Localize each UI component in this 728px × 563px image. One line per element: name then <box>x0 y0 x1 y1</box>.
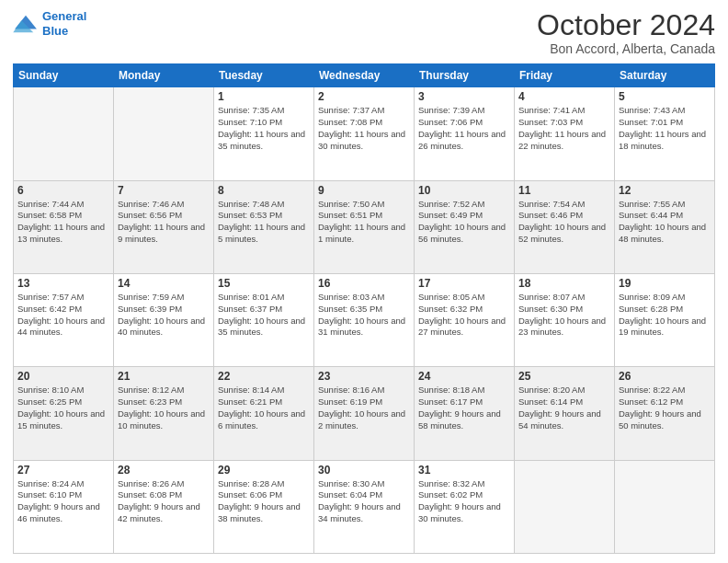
day-info: Sunrise: 7:54 AM Sunset: 6:46 PM Dayligh… <box>518 199 610 246</box>
calendar-cell: 7Sunrise: 7:46 AM Sunset: 6:56 PM Daylig… <box>114 180 214 273</box>
day-info: Sunrise: 8:09 AM Sunset: 6:28 PM Dayligh… <box>619 292 711 339</box>
day-number: 20 <box>17 370 109 383</box>
day-info: Sunrise: 8:22 AM Sunset: 6:12 PM Dayligh… <box>619 385 711 431</box>
page: General Blue October 2024 Bon Accord, Al… <box>0 0 728 563</box>
day-info: Sunrise: 8:24 AM Sunset: 6:10 PM Dayligh… <box>17 478 109 525</box>
day-info: Sunrise: 7:43 AM Sunset: 7:01 PM Dayligh… <box>619 105 711 152</box>
calendar-cell: 8Sunrise: 7:48 AM Sunset: 6:53 PM Daylig… <box>214 180 314 273</box>
calendar-cell: 24Sunrise: 8:18 AM Sunset: 6:17 PM Dayli… <box>415 367 515 460</box>
calendar-cell: 9Sunrise: 7:50 AM Sunset: 6:51 PM Daylig… <box>314 180 415 273</box>
calendar-cell: 15Sunrise: 8:01 AM Sunset: 6:37 PM Dayli… <box>214 273 314 366</box>
day-info: Sunrise: 7:41 AM Sunset: 7:03 PM Dayligh… <box>518 105 610 152</box>
day-number: 6 <box>17 184 109 197</box>
day-info: Sunrise: 7:52 AM Sunset: 6:49 PM Dayligh… <box>418 199 510 246</box>
sub-title: Bon Accord, Alberta, Canada <box>537 41 715 56</box>
day-number: 12 <box>619 184 711 197</box>
calendar-cell: 3Sunrise: 7:39 AM Sunset: 7:06 PM Daylig… <box>415 87 515 180</box>
day-info: Sunrise: 7:57 AM Sunset: 6:42 PM Dayligh… <box>17 292 109 339</box>
day-info: Sunrise: 8:26 AM Sunset: 6:08 PM Dayligh… <box>118 478 210 525</box>
calendar-cell: 17Sunrise: 8:05 AM Sunset: 6:32 PM Dayli… <box>415 273 515 366</box>
calendar-cell: 5Sunrise: 7:43 AM Sunset: 7:01 PM Daylig… <box>615 87 715 180</box>
calendar-header-row: SundayMondayTuesdayWednesdayThursdayFrid… <box>14 64 715 87</box>
day-info: Sunrise: 7:37 AM Sunset: 7:08 PM Dayligh… <box>318 105 410 152</box>
calendar-cell: 22Sunrise: 8:14 AM Sunset: 6:21 PM Dayli… <box>214 367 314 460</box>
day-number: 17 <box>418 277 510 290</box>
calendar-cell <box>615 460 715 553</box>
calendar-cell: 28Sunrise: 8:26 AM Sunset: 6:08 PM Dayli… <box>114 460 214 553</box>
calendar-cell: 27Sunrise: 8:24 AM Sunset: 6:10 PM Dayli… <box>14 460 114 553</box>
day-info: Sunrise: 7:35 AM Sunset: 7:10 PM Dayligh… <box>218 105 310 152</box>
calendar-cell: 20Sunrise: 8:10 AM Sunset: 6:25 PM Dayli… <box>14 367 114 460</box>
day-number: 4 <box>518 90 610 103</box>
calendar-cell: 31Sunrise: 8:32 AM Sunset: 6:02 PM Dayli… <box>415 460 515 553</box>
calendar-week-row: 27Sunrise: 8:24 AM Sunset: 6:10 PM Dayli… <box>14 460 715 553</box>
day-info: Sunrise: 8:16 AM Sunset: 6:19 PM Dayligh… <box>318 385 410 431</box>
col-header-sunday: Sunday <box>14 64 114 87</box>
day-info: Sunrise: 7:44 AM Sunset: 6:58 PM Dayligh… <box>17 199 109 246</box>
day-number: 11 <box>518 184 610 197</box>
day-number: 2 <box>318 90 410 103</box>
day-number: 29 <box>218 464 310 477</box>
day-number: 22 <box>218 370 310 383</box>
day-number: 14 <box>118 277 210 290</box>
day-info: Sunrise: 7:50 AM Sunset: 6:51 PM Dayligh… <box>318 199 410 246</box>
day-number: 19 <box>619 277 711 290</box>
calendar-cell: 13Sunrise: 7:57 AM Sunset: 6:42 PM Dayli… <box>14 273 114 366</box>
day-number: 21 <box>118 370 210 383</box>
day-info: Sunrise: 8:07 AM Sunset: 6:30 PM Dayligh… <box>518 292 610 339</box>
logo-text: General Blue <box>42 9 86 38</box>
day-info: Sunrise: 7:59 AM Sunset: 6:39 PM Dayligh… <box>118 292 210 339</box>
day-number: 7 <box>118 184 210 197</box>
day-info: Sunrise: 7:48 AM Sunset: 6:53 PM Dayligh… <box>218 199 310 246</box>
logo-line2: Blue <box>42 24 68 38</box>
calendar-cell: 19Sunrise: 8:09 AM Sunset: 6:28 PM Dayli… <box>615 273 715 366</box>
calendar-cell: 18Sunrise: 8:07 AM Sunset: 6:30 PM Dayli… <box>515 273 615 366</box>
col-header-friday: Friday <box>515 64 615 87</box>
col-header-wednesday: Wednesday <box>314 64 415 87</box>
calendar-cell: 6Sunrise: 7:44 AM Sunset: 6:58 PM Daylig… <box>14 180 114 273</box>
calendar-cell: 21Sunrise: 8:12 AM Sunset: 6:23 PM Dayli… <box>114 367 214 460</box>
day-number: 18 <box>518 277 610 290</box>
calendar-week-row: 20Sunrise: 8:10 AM Sunset: 6:25 PM Dayli… <box>14 367 715 460</box>
day-info: Sunrise: 8:05 AM Sunset: 6:32 PM Dayligh… <box>418 292 510 339</box>
calendar-cell: 10Sunrise: 7:52 AM Sunset: 6:49 PM Dayli… <box>415 180 515 273</box>
day-number: 27 <box>17 464 109 477</box>
calendar-cell: 2Sunrise: 7:37 AM Sunset: 7:08 PM Daylig… <box>314 87 415 180</box>
title-block: October 2024 Bon Accord, Alberta, Canada <box>537 9 715 56</box>
calendar-cell: 26Sunrise: 8:22 AM Sunset: 6:12 PM Dayli… <box>615 367 715 460</box>
day-info: Sunrise: 8:03 AM Sunset: 6:35 PM Dayligh… <box>318 292 410 339</box>
calendar-week-row: 6Sunrise: 7:44 AM Sunset: 6:58 PM Daylig… <box>14 180 715 273</box>
col-header-saturday: Saturday <box>615 64 715 87</box>
day-number: 23 <box>318 370 410 383</box>
calendar-cell <box>14 87 114 180</box>
calendar-week-row: 13Sunrise: 7:57 AM Sunset: 6:42 PM Dayli… <box>14 273 715 366</box>
day-number: 15 <box>218 277 310 290</box>
day-number: 13 <box>17 277 109 290</box>
calendar-cell: 12Sunrise: 7:55 AM Sunset: 6:44 PM Dayli… <box>615 180 715 273</box>
day-info: Sunrise: 7:55 AM Sunset: 6:44 PM Dayligh… <box>619 199 711 246</box>
logo: General Blue <box>13 9 86 38</box>
calendar-cell: 11Sunrise: 7:54 AM Sunset: 6:46 PM Dayli… <box>515 180 615 273</box>
day-info: Sunrise: 8:12 AM Sunset: 6:23 PM Dayligh… <box>118 385 210 431</box>
calendar-week-row: 1Sunrise: 7:35 AM Sunset: 7:10 PM Daylig… <box>14 87 715 180</box>
calendar-table: SundayMondayTuesdayWednesdayThursdayFrid… <box>13 63 715 554</box>
calendar-cell: 23Sunrise: 8:16 AM Sunset: 6:19 PM Dayli… <box>314 367 415 460</box>
day-number: 16 <box>318 277 410 290</box>
day-number: 25 <box>518 370 610 383</box>
calendar-cell: 29Sunrise: 8:28 AM Sunset: 6:06 PM Dayli… <box>214 460 314 553</box>
day-number: 30 <box>318 464 410 477</box>
day-info: Sunrise: 7:39 AM Sunset: 7:06 PM Dayligh… <box>418 105 510 152</box>
col-header-tuesday: Tuesday <box>214 64 314 87</box>
calendar-cell <box>515 460 615 553</box>
day-number: 24 <box>418 370 510 383</box>
calendar-cell: 14Sunrise: 7:59 AM Sunset: 6:39 PM Dayli… <box>114 273 214 366</box>
day-info: Sunrise: 8:28 AM Sunset: 6:06 PM Dayligh… <box>218 478 310 525</box>
day-info: Sunrise: 8:30 AM Sunset: 6:04 PM Dayligh… <box>318 478 410 525</box>
logo-line1: General <box>42 9 86 23</box>
calendar-cell: 25Sunrise: 8:20 AM Sunset: 6:14 PM Dayli… <box>515 367 615 460</box>
day-info: Sunrise: 7:46 AM Sunset: 6:56 PM Dayligh… <box>118 199 210 246</box>
day-number: 8 <box>218 184 310 197</box>
day-info: Sunrise: 8:14 AM Sunset: 6:21 PM Dayligh… <box>218 385 310 431</box>
day-number: 26 <box>619 370 711 383</box>
day-number: 3 <box>418 90 510 103</box>
